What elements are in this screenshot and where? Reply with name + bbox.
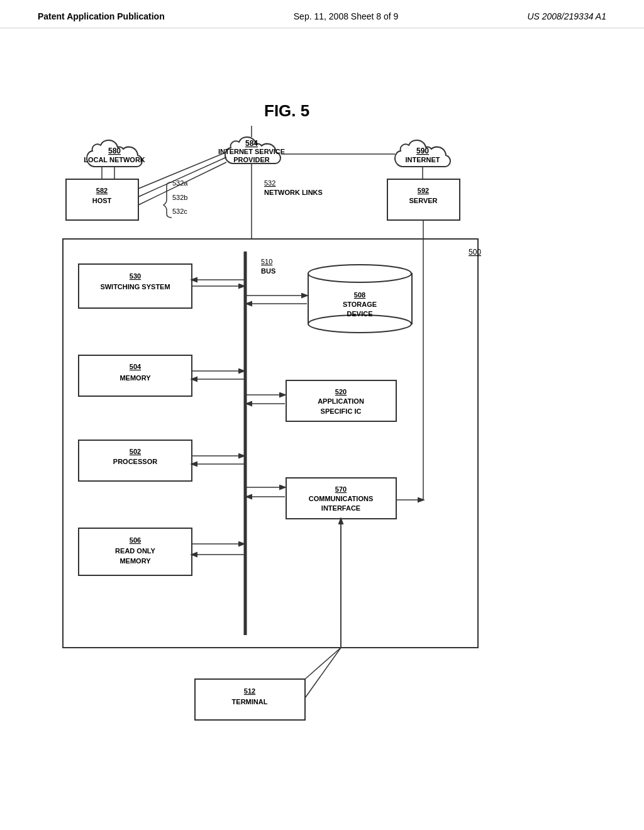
box-520: 520 APPLICATION SPECIFIC IC xyxy=(286,380,396,421)
svg-text:INTERFACE: INTERFACE xyxy=(321,504,360,512)
svg-text:TERMINAL: TERMINAL xyxy=(232,698,268,706)
box-530: 530 SWITCHING SYSTEM xyxy=(79,264,192,308)
svg-text:592: 592 xyxy=(418,187,429,194)
svg-text:PROCESSOR: PROCESSOR xyxy=(113,458,157,465)
svg-text:504: 504 xyxy=(130,363,142,370)
svg-text:584: 584 xyxy=(245,139,258,148)
svg-text:PROVIDER: PROVIDER xyxy=(233,156,270,163)
bracket-532 xyxy=(164,182,172,218)
svg-text:590: 590 xyxy=(416,147,429,155)
box-506: 506 READ ONLY MEMORY xyxy=(79,528,192,575)
page-header: Patent Application Publication Sep. 11, … xyxy=(0,0,644,28)
cylinder-508: 508 STORAGE DEVICE xyxy=(308,265,412,333)
cloud-584: 584 INTERNET SERVICE PROVIDER xyxy=(218,137,285,163)
svg-text:582: 582 xyxy=(96,187,108,194)
svg-text:SPECIFIC IC: SPECIFIC IC xyxy=(321,407,362,415)
lbl-532c: 532c xyxy=(172,208,187,215)
svg-text:580: 580 xyxy=(108,147,121,155)
svg-text:APPLICATION: APPLICATION xyxy=(318,397,364,405)
svg-text:COMMUNICATIONS: COMMUNICATIONS xyxy=(309,495,373,502)
cloud-580: 580 LOCAL NETWORK xyxy=(84,140,145,167)
box-504: 504 MEMORY xyxy=(79,355,192,396)
svg-text:SERVER: SERVER xyxy=(409,197,437,204)
box-502: 502 PROCESSOR xyxy=(79,440,192,481)
svg-text:LOCAL NETWORK: LOCAL NETWORK xyxy=(84,156,145,163)
svg-text:MEMORY: MEMORY xyxy=(119,557,151,565)
line-532b xyxy=(138,157,226,197)
svg-text:502: 502 xyxy=(130,448,141,455)
svg-text:512: 512 xyxy=(244,687,255,695)
line-terminal-up xyxy=(305,648,341,679)
lbl-532-text: NETWORK LINKS xyxy=(264,189,323,196)
line-comms-terminal-diag xyxy=(305,648,341,698)
lbl-532-num: 532 xyxy=(264,179,275,187)
lbl-510-num: 510 xyxy=(261,258,272,265)
svg-text:530: 530 xyxy=(130,272,141,280)
svg-text:STORAGE: STORAGE xyxy=(343,301,377,308)
header-patent-number: US 2008/219334 A1 xyxy=(527,11,606,21)
fig-label: FIG. 5 xyxy=(264,101,309,120)
cloud-590: 590 INTERNET xyxy=(395,140,450,167)
svg-text:506: 506 xyxy=(130,536,141,544)
box-592: 592 SERVER xyxy=(387,179,460,220)
svg-text:READ ONLY: READ ONLY xyxy=(115,547,155,555)
header-date-sheet: Sep. 11, 2008 Sheet 8 of 9 xyxy=(294,11,399,21)
svg-text:MEMORY: MEMORY xyxy=(119,374,151,382)
svg-text:SWITCHING SYSTEM: SWITCHING SYSTEM xyxy=(100,283,170,290)
page: Patent Application Publication Sep. 11, … xyxy=(0,0,644,830)
svg-text:520: 520 xyxy=(335,388,347,396)
svg-text:INTERNET SERVICE: INTERNET SERVICE xyxy=(218,148,285,155)
svg-text:570: 570 xyxy=(335,485,347,493)
box-570: 570 COMMUNICATIONS INTERFACE xyxy=(286,478,396,519)
lbl-532b: 532b xyxy=(172,194,187,201)
header-publication: Patent Application Publication xyxy=(38,11,165,21)
svg-text:HOST: HOST xyxy=(92,197,112,204)
svg-text:508: 508 xyxy=(354,291,365,299)
svg-text:DEVICE: DEVICE xyxy=(347,310,373,318)
svg-text:INTERNET: INTERNET xyxy=(406,156,440,163)
svg-point-19 xyxy=(308,315,411,333)
svg-point-17 xyxy=(308,265,411,282)
box-512: 512 TERMINAL xyxy=(195,679,305,720)
patent-diagram: FIG. 5 580 LOCAL NETWORK 584 INTERNET SE… xyxy=(0,44,644,817)
lbl-510-text: BUS xyxy=(261,267,275,275)
box-500-num: 500 xyxy=(469,248,481,257)
box-582: 582 HOST xyxy=(66,179,138,220)
